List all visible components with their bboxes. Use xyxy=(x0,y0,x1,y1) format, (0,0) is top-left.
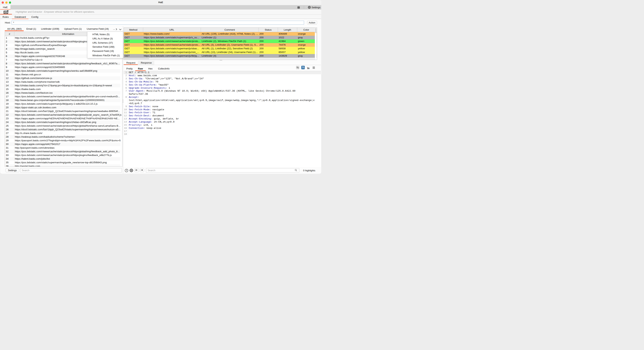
svg-text:HAE: HAE xyxy=(4,11,7,13)
svg-text:?: ? xyxy=(126,169,127,172)
